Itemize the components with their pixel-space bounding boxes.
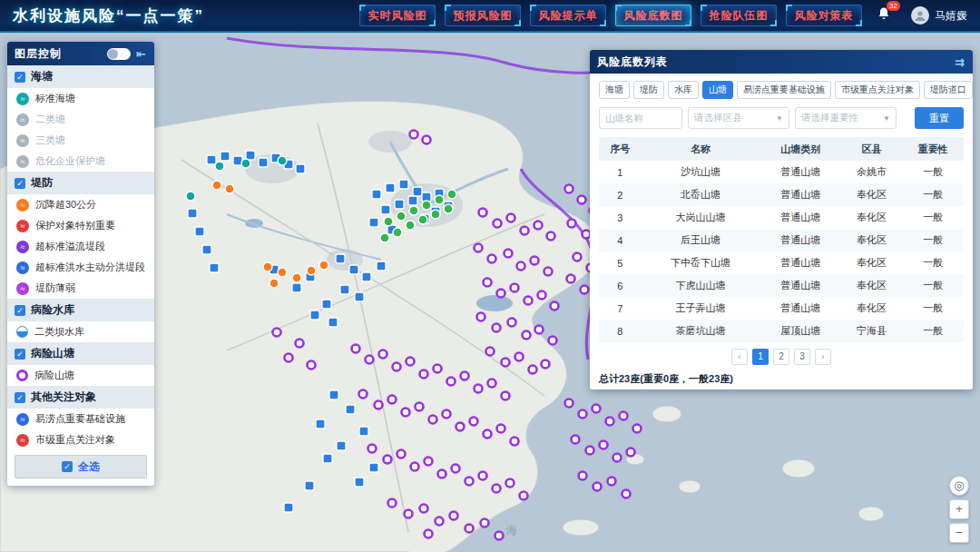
pond-marker-icon[interactable] [388,396,397,404]
group-checkbox[interactable]: ✓ [15,72,25,83]
pond-marker-icon[interactable] [521,227,529,235]
pond-marker-icon[interactable] [488,380,496,388]
seawall-marker-icon[interactable] [186,192,195,201]
pond-marker-icon[interactable] [359,390,368,399]
nav-button-6[interactable]: 风险对策表 [786,5,862,26]
layer-item[interactable]: ≈沉降超30公分 [7,194,154,215]
layer-item[interactable]: ≈市级重点关注对象 [7,429,154,449]
levee-gate-marker-icon[interactable] [435,195,444,204]
pond-marker-icon[interactable] [475,385,483,393]
pond-marker-icon[interactable] [600,441,608,449]
pond-marker-icon[interactable] [529,366,537,374]
pond-marker-icon[interactable] [296,340,304,348]
pond-marker-icon[interactable] [493,485,501,493]
pond-marker-icon[interactable] [368,445,377,453]
pond-marker-icon[interactable] [438,470,446,478]
reservoir-marker-icon[interactable] [362,272,371,281]
layer-item[interactable]: ≈保护对象特别重要 [7,215,154,236]
reservoir-marker-icon[interactable] [336,254,345,263]
pond-marker-icon[interactable] [523,331,531,340]
levee-gate-marker-icon[interactable] [431,210,440,219]
levee-gate-marker-icon[interactable] [418,215,427,224]
layer-item[interactable]: ≈易涝点重要基础设施 [7,409,154,429]
pond-marker-icon[interactable] [511,284,519,292]
levee-gate-marker-icon[interactable] [444,204,453,213]
pond-marker-icon[interactable] [352,345,360,353]
reservoir-marker-icon[interactable] [220,152,230,161]
pond-marker-icon[interactable] [608,478,616,486]
levee-gate-marker-icon[interactable] [409,206,418,215]
reservoir-marker-icon[interactable] [395,200,404,209]
reservoir-marker-icon[interactable] [369,463,378,472]
pond-marker-icon[interactable] [511,438,519,446]
pond-marker-icon[interactable] [425,458,433,466]
page-button[interactable]: 2 [773,349,789,365]
table-row[interactable]: 3大岗山山塘普通山塘奉化区一般 [599,206,964,229]
zoom-in-button[interactable]: + [949,499,969,519]
reservoir-marker-icon[interactable] [408,196,417,205]
reservoir-marker-icon[interactable] [329,390,338,399]
pond-marker-icon[interactable] [493,324,501,332]
reservoir-marker-icon[interactable] [349,265,358,274]
reservoir-marker-icon[interactable] [323,454,332,463]
pond-marker-icon[interactable] [573,253,582,261]
pond-marker-icon[interactable] [531,257,539,265]
pond-marker-icon[interactable] [425,530,433,538]
pond-marker-icon[interactable] [402,409,410,417]
pond-marker-icon[interactable] [579,410,587,419]
seawall-marker-icon[interactable] [278,156,287,165]
layer-item[interactable]: ≈二类塘 [7,109,154,130]
pond-marker-icon[interactable] [393,363,401,371]
pond-marker-icon[interactable] [273,329,281,337]
pond-marker-icon[interactable] [593,483,602,491]
pond-marker-icon[interactable] [486,348,495,356]
table-row[interactable]: 1沙坑山塘普通山塘余姚市一般 [599,161,964,183]
pond-marker-icon[interactable] [488,255,496,263]
pond-marker-icon[interactable] [535,326,544,334]
pond-marker-icon[interactable] [622,490,631,498]
pond-marker-icon[interactable] [520,492,528,500]
levee-gate-marker-icon[interactable] [406,221,415,230]
pond-marker-icon[interactable] [542,360,550,369]
pond-marker-icon[interactable] [484,430,492,439]
levee-orange-marker-icon[interactable] [270,279,279,288]
pond-marker-icon[interactable] [410,131,418,139]
tab-button-5[interactable]: 易涝点重要基础设施 [737,81,831,99]
layer-item[interactable]: ≈超标准洪水主动分洪堤段 [7,257,154,278]
pond-marker-icon[interactable] [477,313,485,321]
pond-marker-icon[interactable] [572,436,580,444]
user-menu[interactable]: 马婧媛 [911,6,967,25]
reservoir-marker-icon[interactable] [413,187,422,196]
layer-toggle-switch[interactable] [107,48,131,60]
levee-gate-marker-icon[interactable] [447,190,456,199]
layer-item[interactable]: 二类坝水库 [7,321,154,342]
levee-orange-marker-icon[interactable] [212,181,221,190]
group-checkbox[interactable]: ✓ [15,349,25,360]
page-button[interactable]: 1 [752,349,769,365]
panel-collapse-icon[interactable]: ⇉ [955,56,965,68]
layer-group-header[interactable]: ✓病险水库 [7,299,154,321]
nav-button-4[interactable]: 风险底数图 [615,5,691,26]
pond-marker-icon[interactable] [470,418,478,426]
notification-button[interactable]: 32 [877,6,891,25]
reservoir-marker-icon[interactable] [310,310,319,320]
pond-marker-icon[interactable] [506,479,514,488]
layer-item[interactable]: ≈超标准溢流堤段 [7,236,154,257]
levee-gate-marker-icon[interactable] [380,233,389,242]
reservoir-marker-icon[interactable] [381,205,390,214]
pond-marker-icon[interactable] [549,337,557,345]
pond-marker-icon[interactable] [495,532,504,540]
pond-name-input[interactable] [599,107,682,129]
pond-marker-icon[interactable] [366,356,374,364]
reservoir-marker-icon[interactable] [355,292,364,301]
tab-button-4[interactable]: 山塘 [702,81,733,99]
pond-marker-icon[interactable] [379,350,387,359]
pond-marker-icon[interactable] [436,518,444,526]
pond-marker-icon[interactable] [416,403,424,411]
pond-marker-icon[interactable] [443,410,451,419]
layer-item[interactable]: 病险山塘 [7,365,154,386]
prev-page-button[interactable]: ‹ [731,349,748,365]
pond-marker-icon[interactable] [633,425,642,433]
table-row[interactable]: 2北岙山塘普通山塘奉化区一般 [599,183,964,206]
district-select[interactable]: 请选择区县 ▼ [688,107,789,129]
